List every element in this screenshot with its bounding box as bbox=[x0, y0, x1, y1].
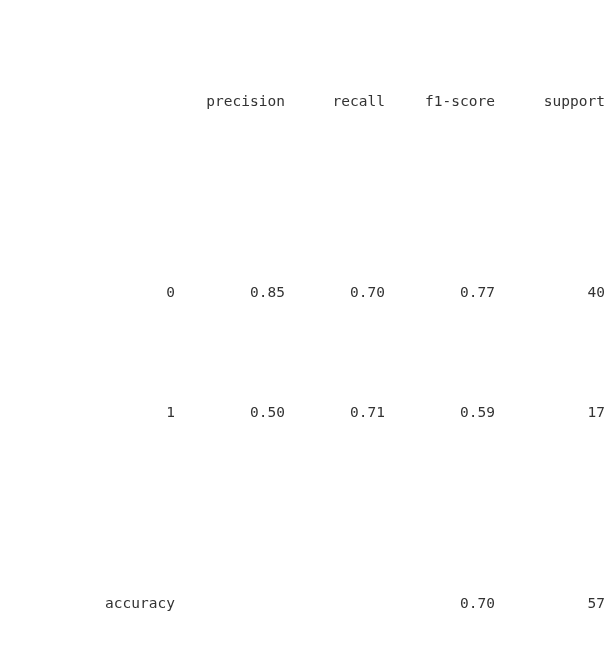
hdr-precision: precision bbox=[175, 90, 285, 114]
report-header-row: precisionrecallf1-scoresupport bbox=[0, 66, 608, 138]
acc-support: 57 bbox=[495, 592, 605, 616]
report-row-class1: 10.500.710.5917 bbox=[0, 377, 608, 449]
hdr-recall: recall bbox=[285, 90, 385, 114]
report-blank-row-2 bbox=[0, 496, 608, 520]
report-row-class0: 00.850.700.7740 bbox=[0, 257, 608, 329]
hdr-f1: f1-score bbox=[385, 90, 495, 114]
row0-f1: 0.77 bbox=[385, 281, 495, 305]
row0-name: 0 bbox=[35, 281, 175, 305]
row1-precision: 0.50 bbox=[175, 401, 285, 425]
row1-f1: 0.59 bbox=[385, 401, 495, 425]
hdr-support: support bbox=[495, 90, 605, 114]
row0-support: 40 bbox=[495, 281, 605, 305]
row1-name: 1 bbox=[35, 401, 175, 425]
acc-f1: 0.70 bbox=[385, 592, 495, 616]
row1-support: 17 bbox=[495, 401, 605, 425]
report-blank-row bbox=[0, 185, 608, 209]
row0-precision: 0.85 bbox=[175, 281, 285, 305]
report-row-accuracy: accuracy0.7057 bbox=[0, 568, 608, 640]
row1-recall: 0.71 bbox=[285, 401, 385, 425]
classification-report: precisionrecallf1-scoresupport 00.850.70… bbox=[0, 0, 608, 650]
row0-recall: 0.70 bbox=[285, 281, 385, 305]
acc-name: accuracy bbox=[35, 592, 175, 616]
